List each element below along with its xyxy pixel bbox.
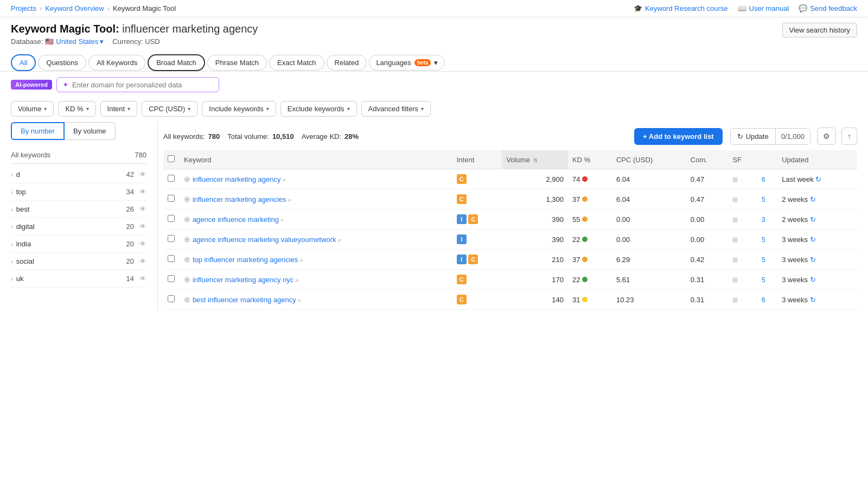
serp-features-icon[interactable]: ⊞ bbox=[732, 196, 738, 203]
add-keyword-icon[interactable]: ⊕ bbox=[184, 255, 193, 264]
sf-count-link[interactable]: 5 bbox=[762, 276, 765, 284]
refresh-icon[interactable]: ↻ bbox=[815, 175, 821, 183]
refresh-icon[interactable]: ↻ bbox=[810, 256, 816, 264]
tab-all[interactable]: All bbox=[11, 54, 36, 71]
eye-icon-top[interactable]: 👁 bbox=[139, 188, 146, 196]
serp-features-icon[interactable]: ⊞ bbox=[732, 176, 738, 183]
breadcrumb-keyword-overview[interactable]: Keyword Overview bbox=[45, 4, 104, 12]
serp-features-icon[interactable]: ⊞ bbox=[732, 276, 738, 284]
keyword-link[interactable]: top influencer marketing agencies bbox=[193, 256, 298, 264]
filter-exclude-label: Exclude keywords bbox=[288, 105, 344, 113]
sidebar-label-uk: uk bbox=[16, 275, 123, 283]
filter-cpc[interactable]: CPC (USD) ▾ bbox=[142, 101, 197, 117]
sidebar-item-uk[interactable]: › uk 14 👁 bbox=[11, 270, 146, 288]
keyword-link[interactable]: influencer marketing agency nyc bbox=[193, 276, 293, 284]
eye-icon-digital[interactable]: 👁 bbox=[139, 222, 146, 231]
tab-exact-match[interactable]: Exact Match bbox=[269, 55, 324, 71]
serp-features-icon[interactable]: ⊞ bbox=[732, 256, 738, 264]
domain-input-wrap[interactable]: ✦ bbox=[56, 77, 219, 92]
sf-count-link[interactable]: 5 bbox=[762, 236, 765, 244]
com-cell: 0.00 bbox=[686, 230, 728, 250]
add-keyword-icon[interactable]: ⊕ bbox=[184, 235, 193, 244]
eye-icon-social[interactable]: 👁 bbox=[139, 257, 146, 265]
tab-phrase-match[interactable]: Phrase Match bbox=[207, 55, 267, 71]
keyword-link[interactable]: best influencer marketing agency bbox=[193, 296, 296, 304]
sidebar-item-d[interactable]: › d 42 👁 bbox=[11, 166, 146, 183]
refresh-icon[interactable]: ↻ bbox=[810, 236, 816, 244]
row-checkbox[interactable] bbox=[168, 175, 175, 182]
serp-features-icon[interactable]: ⊞ bbox=[732, 296, 738, 304]
add-keyword-icon[interactable]: ⊕ bbox=[184, 215, 193, 224]
table-row: ⊕ influencer marketing agencies »C 1,300… bbox=[163, 189, 857, 209]
row-checkbox[interactable] bbox=[168, 195, 175, 202]
sidebar-by-volume-btn[interactable]: By volume bbox=[65, 122, 116, 140]
intent-badge: I bbox=[457, 234, 467, 244]
keyword-arrow-icon: » bbox=[336, 237, 341, 243]
languages-tab[interactable]: Languages beta ▾ bbox=[369, 55, 445, 71]
sf-count-link[interactable]: 5 bbox=[762, 196, 765, 203]
eye-icon-uk[interactable]: 👁 bbox=[139, 275, 146, 283]
select-all-checkbox[interactable] bbox=[168, 155, 175, 162]
sidebar-item-india[interactable]: › india 20 👁 bbox=[11, 236, 146, 253]
breadcrumb-projects[interactable]: Projects bbox=[11, 4, 36, 12]
refresh-icon[interactable]: ↻ bbox=[810, 215, 816, 224]
refresh-icon[interactable]: ↻ bbox=[810, 296, 816, 304]
manual-link[interactable]: 📖 User manual bbox=[738, 4, 789, 12]
eye-icon-d[interactable]: 👁 bbox=[139, 170, 146, 179]
sidebar-item-social[interactable]: › social 20 👁 bbox=[11, 253, 146, 270]
add-to-keyword-list-button[interactable]: + Add to keyword list bbox=[634, 128, 723, 145]
row-checkbox[interactable] bbox=[168, 295, 175, 302]
eye-icon-india[interactable]: 👁 bbox=[139, 240, 146, 248]
view-history-button[interactable]: View search history bbox=[782, 23, 857, 37]
sidebar-item-top[interactable]: › top 34 👁 bbox=[11, 183, 146, 201]
filter-kd[interactable]: KD % ▾ bbox=[58, 101, 95, 117]
sidebar-item-best[interactable]: › best 26 👁 bbox=[11, 201, 146, 218]
keywords-table: Keyword Intent Volume ⇅ KD % CPC (USD) C… bbox=[163, 150, 857, 310]
row-checkbox[interactable] bbox=[168, 235, 175, 242]
eye-icon-best[interactable]: 👁 bbox=[139, 205, 146, 213]
settings-button[interactable]: ⚙ bbox=[817, 128, 836, 145]
flag-icon: 🇺🇸 bbox=[45, 37, 54, 46]
filter-exclude[interactable]: Exclude keywords ▾ bbox=[280, 101, 357, 117]
sf-count-link[interactable]: 5 bbox=[762, 256, 765, 264]
add-keyword-icon[interactable]: ⊕ bbox=[184, 295, 193, 304]
serp-features-icon[interactable]: ⊞ bbox=[732, 236, 738, 244]
add-keyword-icon[interactable]: ⊕ bbox=[184, 275, 193, 284]
tab-related[interactable]: Related bbox=[327, 55, 367, 71]
volume-cell: 140 bbox=[502, 290, 568, 310]
sidebar-by-number-btn[interactable]: By number bbox=[11, 122, 65, 140]
content-area: By number By volume All keywords 780 › d… bbox=[0, 122, 868, 310]
filter-intent[interactable]: Intent ▾ bbox=[100, 101, 138, 117]
filter-include[interactable]: Include keywords ▾ bbox=[202, 101, 276, 117]
row-checkbox[interactable] bbox=[168, 275, 175, 282]
sf-count-link[interactable]: 6 bbox=[762, 176, 765, 183]
update-button[interactable]: ↻ Update bbox=[731, 129, 776, 144]
all-keywords-label: All keywords: bbox=[163, 132, 205, 141]
keyword-link[interactable]: influencer marketing agency bbox=[193, 175, 281, 183]
row-checkbox[interactable] bbox=[168, 215, 175, 222]
sf-count-link[interactable]: 6 bbox=[762, 296, 765, 304]
course-link[interactable]: 🎓 Keyword Research course bbox=[634, 4, 727, 12]
sf-count-link[interactable]: 3 bbox=[762, 216, 765, 224]
refresh-icon[interactable]: ↻ bbox=[810, 195, 816, 203]
keyword-link[interactable]: agence influence marketing bbox=[193, 215, 279, 224]
row-checkbox[interactable] bbox=[168, 255, 175, 262]
export-button[interactable]: ↑ bbox=[841, 128, 857, 145]
feedback-link[interactable]: 💬 Send feedback bbox=[799, 4, 857, 12]
add-keyword-icon[interactable]: ⊕ bbox=[184, 195, 193, 203]
tab-questions[interactable]: Questions bbox=[38, 55, 86, 71]
th-volume[interactable]: Volume ⇅ bbox=[502, 150, 568, 169]
database-selector[interactable]: United States ▾ bbox=[56, 37, 104, 46]
keyword-link[interactable]: agence influence marketing valueyournetw… bbox=[193, 236, 336, 244]
refresh-icon[interactable]: ↻ bbox=[810, 276, 816, 284]
add-keyword-icon[interactable]: ⊕ bbox=[184, 175, 193, 183]
serp-features-icon[interactable]: ⊞ bbox=[732, 216, 738, 224]
filter-include-chevron: ▾ bbox=[266, 106, 269, 112]
tab-all-keywords[interactable]: All Keywords bbox=[88, 55, 145, 71]
filter-advanced[interactable]: Advanced filters ▾ bbox=[361, 101, 431, 117]
filter-volume[interactable]: Volume ▾ bbox=[11, 101, 54, 117]
sidebar-item-digital[interactable]: › digital 20 👁 bbox=[11, 218, 146, 236]
keyword-link[interactable]: influencer marketing agencies bbox=[193, 195, 286, 203]
domain-input[interactable] bbox=[72, 81, 213, 89]
tab-broad-match[interactable]: Broad Match bbox=[148, 54, 205, 71]
